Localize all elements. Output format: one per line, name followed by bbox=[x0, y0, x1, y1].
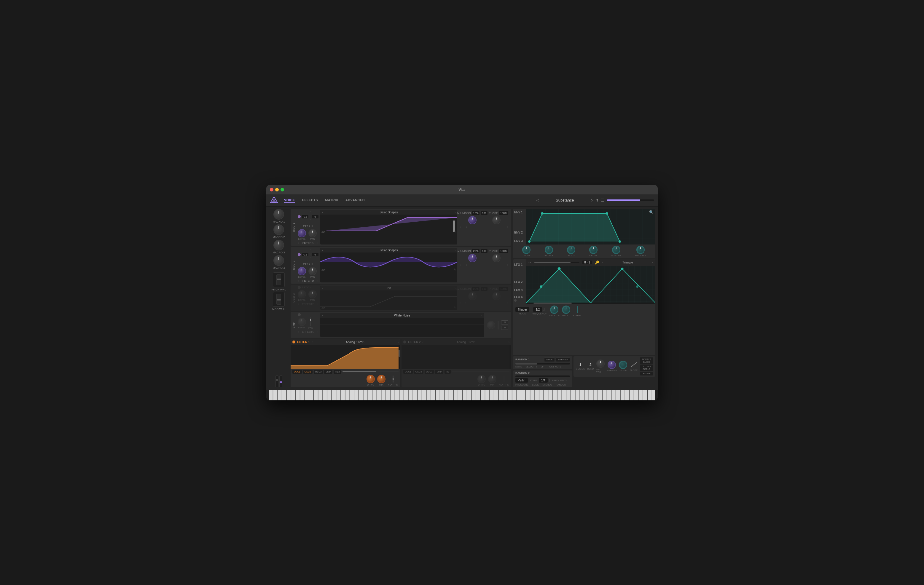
random2-freq[interactable]: 1/4 bbox=[539, 378, 548, 382]
filter2-drive-knob[interactable] bbox=[477, 375, 486, 383]
env-sustain-knob[interactable] bbox=[612, 246, 620, 254]
filter1-osc2-btn[interactable]: OSC2 bbox=[303, 370, 313, 374]
save-icon[interactable]: ⬆ bbox=[596, 198, 599, 203]
tab-voice[interactable]: VOICE bbox=[284, 198, 295, 203]
osc3-unison-knob[interactable] bbox=[468, 292, 477, 300]
osc1-active-dot[interactable] bbox=[298, 215, 301, 218]
octave-scale-btn[interactable]: OCTAVE SCALE bbox=[640, 364, 653, 371]
tab-effects[interactable]: EFFECTS bbox=[302, 198, 318, 203]
lfo-delay-knob[interactable] bbox=[562, 305, 570, 314]
smp-level-knob[interactable] bbox=[298, 318, 306, 326]
osc3-wt-display[interactable]: ‹ Init › 2D ✎ bbox=[320, 286, 457, 310]
filter1-canvas[interactable] bbox=[290, 345, 400, 369]
osc3-level-knob[interactable] bbox=[298, 290, 306, 298]
osc2-pan-knob[interactable] bbox=[309, 267, 317, 275]
close-button[interactable] bbox=[270, 188, 274, 191]
macro4-knob[interactable] bbox=[274, 255, 284, 266]
osc1-unison-knob[interactable] bbox=[468, 216, 477, 224]
always-glide-btn[interactable]: ALWAYS GLIDE bbox=[640, 358, 653, 364]
env-attack-knob[interactable] bbox=[545, 246, 553, 254]
filter2-osc1-btn[interactable]: OSC1 bbox=[403, 370, 413, 374]
osc1-level-knob[interactable] bbox=[298, 229, 306, 237]
filter1-next[interactable]: › bbox=[398, 341, 399, 344]
random1-sync-btn[interactable]: SYNC bbox=[544, 358, 555, 362]
env-delay-knob[interactable] bbox=[522, 246, 531, 254]
osc2-filter-prev[interactable]: ‹ bbox=[298, 280, 299, 282]
macro2-knob[interactable] bbox=[274, 224, 284, 235]
osc1-wt-edit[interactable]: ✎ bbox=[454, 230, 456, 233]
lfo1-canvas[interactable] bbox=[526, 266, 655, 304]
smp-loop-icon[interactable]: ⟲ bbox=[504, 321, 506, 324]
macro3-knob[interactable] bbox=[274, 240, 284, 250]
osc2-wt-next[interactable]: › bbox=[455, 249, 455, 252]
osc3-active-dot[interactable] bbox=[298, 286, 301, 289]
osc3-phase-knob[interactable] bbox=[492, 292, 500, 300]
random1-stereo-btn[interactable]: STEREO bbox=[556, 358, 570, 362]
osc2-unison-knob[interactable] bbox=[468, 254, 477, 262]
osc1-wt-prev[interactable]: ‹ bbox=[322, 211, 323, 214]
lfo-smooth-knob[interactable] bbox=[550, 305, 558, 314]
preset-prev[interactable]: < bbox=[536, 198, 539, 203]
osc2-wt-edit[interactable]: ✎ bbox=[454, 268, 456, 271]
osc1-wt-next[interactable]: › bbox=[455, 211, 455, 214]
env-search-icon[interactable]: 🔍 bbox=[649, 210, 653, 214]
osc3-pan-knob[interactable] bbox=[309, 290, 317, 298]
filter2-osc2-btn[interactable]: OSC2 bbox=[414, 370, 424, 374]
osc2-active-dot[interactable] bbox=[298, 253, 301, 256]
env-decay-knob[interactable] bbox=[589, 246, 597, 254]
filter2-mix-knob[interactable] bbox=[488, 375, 497, 383]
spread-knob[interactable] bbox=[607, 361, 616, 369]
filter1-active-dot[interactable] bbox=[292, 341, 295, 343]
filter1-cutoff-bar[interactable] bbox=[343, 371, 399, 372]
env-hold-knob[interactable] bbox=[567, 246, 575, 254]
legato-btn[interactable]: LEGATO bbox=[640, 372, 653, 376]
menu-icon[interactable]: ☰ bbox=[601, 198, 604, 203]
glide-knob[interactable] bbox=[619, 361, 627, 369]
filter1-fil2-btn[interactable]: FIL2 bbox=[333, 370, 341, 374]
env-release-knob[interactable] bbox=[636, 246, 645, 254]
smp-knob1[interactable] bbox=[487, 321, 495, 329]
filter2-cutoff-bar[interactable] bbox=[452, 371, 510, 372]
osc2-level-knob[interactable] bbox=[298, 267, 306, 275]
lfo1-type-prev[interactable]: ‹ bbox=[602, 261, 603, 264]
filter2-smp-btn[interactable]: SMP bbox=[435, 370, 443, 374]
lfo1-type-next[interactable]: › bbox=[652, 261, 653, 264]
tab-advanced[interactable]: ADVANCED bbox=[345, 198, 365, 203]
osc1-filter-prev[interactable]: ‹ bbox=[298, 242, 299, 244]
env1-canvas[interactable]: 🔍 bbox=[526, 209, 655, 244]
osc1-wt-display[interactable]: ‹ Basic Shapes › 2D ✎ bbox=[320, 210, 457, 244]
lfo1-rate[interactable]: 8 - 1 bbox=[582, 260, 592, 264]
osc2-pitch-min: -12 bbox=[302, 253, 309, 256]
tab-matrix[interactable]: MATRIX bbox=[325, 198, 338, 203]
piano-keys[interactable] bbox=[269, 390, 655, 400]
osc2-wt-display[interactable]: ‹ Basic Shapes › bbox=[320, 248, 457, 282]
filter1-drive-knob[interactable] bbox=[366, 375, 375, 383]
osc1-filter-next[interactable]: › bbox=[318, 242, 318, 244]
osc2-phase-knob[interactable] bbox=[492, 254, 500, 262]
minimize-button[interactable] bbox=[275, 188, 279, 191]
osc2-filter-next[interactable]: › bbox=[318, 280, 318, 282]
filter2-osc3-btn[interactable]: OSC3 bbox=[425, 370, 434, 374]
filter2-fil-btn[interactable]: FIL bbox=[444, 370, 451, 374]
filter1-osc3-btn[interactable]: OSC3 bbox=[314, 370, 323, 374]
filter2-canvas[interactable] bbox=[401, 345, 511, 369]
smp-active-dot[interactable] bbox=[298, 313, 301, 316]
lfo-freq-val[interactable]: 1/2 bbox=[533, 307, 542, 312]
osc2-wt-prev[interactable]: ‹ bbox=[322, 249, 323, 252]
osc1-pan-knob[interactable] bbox=[309, 229, 317, 237]
smp-shuffle-icon[interactable]: ⇄ bbox=[504, 326, 506, 329]
filter1-osc1-btn[interactable]: OSC1 bbox=[292, 370, 302, 374]
lfo4-dot[interactable] bbox=[514, 299, 516, 302]
filter1-smp-btn[interactable]: SMP bbox=[324, 370, 332, 374]
vel-trk-knob[interactable] bbox=[596, 359, 605, 368]
preset-next[interactable]: > bbox=[591, 198, 593, 203]
smp-wt-display[interactable]: ‹ White Noise › bbox=[320, 313, 484, 337]
filter1-mix-knob[interactable] bbox=[377, 375, 386, 383]
filter1-prev[interactable]: ‹ bbox=[312, 341, 313, 344]
filter2-active-dot[interactable] bbox=[403, 341, 406, 343]
macro1-knob[interactable] bbox=[274, 209, 284, 219]
random2-style[interactable]: Perlin bbox=[515, 378, 528, 382]
osc1-phase-knob[interactable] bbox=[492, 216, 500, 224]
maximize-button[interactable] bbox=[280, 188, 284, 191]
lfo-mode-val[interactable]: Trigger bbox=[515, 307, 529, 312]
